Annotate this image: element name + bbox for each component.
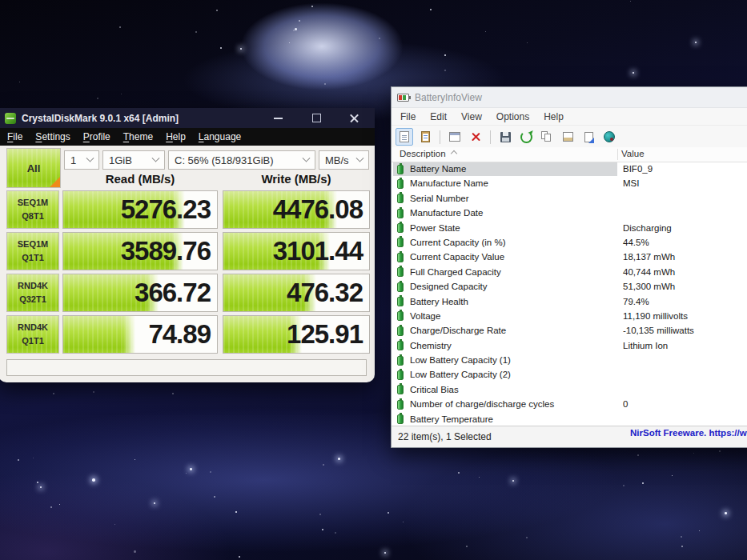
value-cell: MSI xyxy=(623,178,639,188)
read-column-header: Read (MB/s) xyxy=(62,171,218,187)
maximize-button[interactable] xyxy=(311,113,322,124)
list-item[interactable]: Full Charged Capacity40,744 mWh xyxy=(392,266,747,280)
delete-icon[interactable] xyxy=(467,128,484,146)
description-cell: Number of charge/discharge cycles xyxy=(410,399,554,409)
list-item[interactable]: Serial Number xyxy=(392,192,747,206)
biv-menu-help[interactable]: Help xyxy=(536,110,571,124)
value-cell: BIF0_9 xyxy=(623,164,653,174)
properties-icon[interactable] xyxy=(559,128,576,146)
combo-value: MB/s xyxy=(325,154,349,166)
list-item[interactable]: Voltage11,190 millivolts xyxy=(392,310,747,324)
read-result-cell: 74.89 xyxy=(62,315,218,354)
biv-menubar: FileEditViewOptionsHelp xyxy=(392,108,747,126)
list-item[interactable]: Battery Temperature xyxy=(392,413,747,426)
all-button-label: All xyxy=(27,162,41,174)
cdm-menu-file[interactable]: File xyxy=(1,130,29,144)
description-cell: Critical Bias xyxy=(410,385,459,394)
close-button[interactable] xyxy=(349,113,360,124)
biv-menu-view[interactable]: View xyxy=(454,110,489,124)
biv-menu-options[interactable]: Options xyxy=(489,110,536,124)
value-column-header[interactable]: Value xyxy=(621,149,645,158)
battery-icon xyxy=(397,223,404,233)
read-speed-value: 3589.76 xyxy=(121,236,211,266)
cdm-menu-settings[interactable]: Settings xyxy=(29,130,76,144)
battery-icon xyxy=(397,414,404,424)
test-count-combo[interactable]: 1 xyxy=(64,150,99,170)
test-label: SEQ1M xyxy=(18,238,49,251)
list-item[interactable]: ChemistryLithium Ion xyxy=(392,339,747,354)
list-item[interactable]: Low Battery Capacity (2) xyxy=(392,368,747,382)
list-item[interactable]: Current Capacity (in %)44.5% xyxy=(392,236,747,250)
test-button-seq1m-q1t1[interactable]: SEQ1MQ1T1 xyxy=(6,232,59,270)
target-drive-combo[interactable]: C: 56% (518/931GiB) xyxy=(168,150,315,170)
biv-window-title: BatteryInfoView xyxy=(415,92,482,103)
test-label: Q1T1 xyxy=(22,251,44,265)
crystaldiskmark-window: CrystalDiskMark 9.0.1 x64 [Admin] FileSe… xyxy=(0,108,375,382)
unit-combo[interactable]: MB/s xyxy=(319,150,369,170)
test-size-combo[interactable]: 1GiB xyxy=(102,150,165,170)
test-button-rnd4k-q32t1[interactable]: RND4KQ32T1 xyxy=(6,274,59,312)
description-cell: Low Battery Capacity (1) xyxy=(410,355,511,365)
value-cell: 40,744 mWh xyxy=(623,267,675,277)
write-result-cell: 3101.44 xyxy=(223,232,370,270)
battery-icon xyxy=(397,311,404,321)
battery-icon xyxy=(397,341,404,350)
description-column-header[interactable]: Description xyxy=(400,149,456,158)
score-bar xyxy=(63,316,135,353)
cdm-titlebar[interactable]: CrystalDiskMark 9.0.1 x64 [Admin] xyxy=(0,108,375,128)
clipboard-icon[interactable] xyxy=(416,128,434,146)
chevron-down-icon xyxy=(356,154,364,162)
cdm-app-icon xyxy=(5,113,16,124)
list-item[interactable]: Manufacture NameMSI xyxy=(392,177,747,191)
list-item[interactable]: Battery NameBIF0_9 xyxy=(392,162,747,177)
description-cell: Power State xyxy=(410,223,460,233)
list-item[interactable]: Current Capacity Value18,137 mWh xyxy=(392,250,747,265)
battery-icon xyxy=(397,370,404,380)
nirsoft-icon[interactable] xyxy=(600,128,618,146)
value-cell: 18,137 mWh xyxy=(623,252,675,262)
test-button-rnd4k-q1t1[interactable]: RND4KQ1T1 xyxy=(6,315,59,354)
all-button[interactable]: All xyxy=(6,148,61,188)
list-item[interactable]: Low Battery Capacity (1) xyxy=(392,354,747,368)
biv-titlebar[interactable]: BatteryInfoView xyxy=(392,87,747,108)
test-button-seq1m-q8t1[interactable]: SEQ1MQ8T1 xyxy=(6,190,59,229)
refresh-icon[interactable] xyxy=(517,128,535,146)
cdm-menu-profile[interactable]: Profile xyxy=(77,130,117,144)
list-item[interactable]: Critical Bias xyxy=(392,383,747,398)
column-separator[interactable] xyxy=(617,149,618,160)
write-result-cell: 125.91 xyxy=(223,315,370,354)
list-item[interactable]: Manufacture Date xyxy=(392,206,747,221)
list-item[interactable]: Charge/Discharge Rate-10,135 milliwatts xyxy=(392,324,747,338)
save-icon[interactable] xyxy=(496,128,514,146)
battery-icon xyxy=(397,385,404,394)
biv-menu-file[interactable]: File xyxy=(393,110,423,124)
battery-icon xyxy=(397,209,404,218)
html-report-icon[interactable] xyxy=(446,128,464,146)
value-cell: 51,300 mWh xyxy=(623,282,675,291)
battery-info-icon[interactable] xyxy=(396,128,413,146)
battery-icon xyxy=(397,267,404,277)
battery-icon xyxy=(397,356,404,366)
chevron-down-icon xyxy=(303,154,311,162)
write-result-cell: 476.32 xyxy=(223,274,370,312)
cdm-menu-help[interactable]: Help xyxy=(159,130,192,144)
list-item[interactable]: Number of charge/discharge cycles0 xyxy=(392,398,747,412)
minimize-button[interactable] xyxy=(272,113,283,124)
value-cell: Discharging xyxy=(623,223,672,233)
copy-icon[interactable] xyxy=(538,128,556,146)
cdm-menu-theme[interactable]: Theme xyxy=(117,130,159,144)
description-cell: Designed Capacity xyxy=(410,282,488,291)
battery-icon xyxy=(397,179,404,189)
export-icon[interactable] xyxy=(580,128,597,146)
cdm-menu-language[interactable]: Language xyxy=(192,130,247,144)
value-cell: 0 xyxy=(623,399,628,409)
batteryinfoview-window: BatteryInfoView FileEditViewOptionsHelp … xyxy=(391,86,747,448)
biv-menu-edit[interactable]: Edit xyxy=(423,110,454,124)
battery-icon xyxy=(397,282,404,292)
nirsoft-freeware-link[interactable]: NirSoft Freeware. https://www xyxy=(630,428,747,438)
list-item[interactable]: Battery Health79.4% xyxy=(392,295,747,310)
list-item[interactable]: Power StateDischarging xyxy=(392,222,747,236)
list-header[interactable]: Description Value xyxy=(392,147,747,162)
combo-value: 1GiB xyxy=(109,154,132,166)
list-item[interactable]: Designed Capacity51,300 mWh xyxy=(392,280,747,294)
